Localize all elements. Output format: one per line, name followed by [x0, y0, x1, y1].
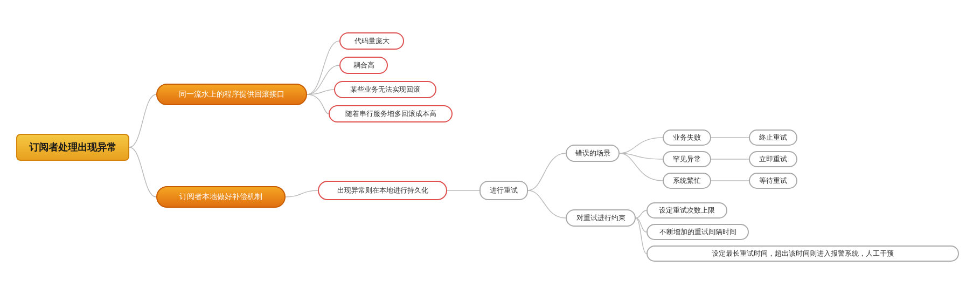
- retry-constraint-node: 对重试进行约束: [566, 209, 636, 227]
- rc3-node: 设定最长重试时间，超出该时间则进入报警系统，人工干预: [647, 245, 959, 262]
- retry-label: 进行重试: [490, 186, 518, 195]
- es2-label: 罕见异常: [673, 154, 701, 164]
- b2m1-node: 出现异常则在本地进行持久化: [318, 181, 447, 200]
- es1-label: 业务失败: [673, 133, 701, 142]
- es3-node: 系统繁忙: [663, 173, 711, 189]
- es1-node: 业务失败: [663, 129, 711, 146]
- b2m1-label: 出现异常则在本地进行持久化: [337, 186, 428, 195]
- retry-node: 进行重试: [479, 181, 528, 200]
- root-label: 订阅者处理出现异常: [29, 141, 116, 154]
- b1r4-label: 随着串行服务增多回滚成本高: [345, 109, 436, 119]
- error-scene-label: 错误的场景: [575, 148, 610, 158]
- er1-label: 终止重试: [759, 133, 787, 142]
- b1r3-node: 某些业务无法实现回滚: [334, 81, 436, 98]
- rc1-node: 设定重试次数上限: [647, 202, 727, 219]
- er2-label: 立即重试: [759, 154, 787, 164]
- rc3-label: 设定最长重试时间，超出该时间则进入报警系统，人工干预: [712, 249, 894, 258]
- branch1-node: 同一流水上的程序提供回滚接口: [156, 84, 307, 105]
- er3-label: 等待重试: [759, 176, 787, 186]
- b1r3-label: 某些业务无法实现回滚: [350, 85, 420, 94]
- b1r2-node: 耦合高: [339, 57, 388, 74]
- branch1-label: 同一流水上的程序提供回滚接口: [179, 90, 284, 99]
- es3-label: 系统繁忙: [673, 176, 701, 186]
- rc2-node: 不断增加的重试间隔时间: [647, 224, 749, 240]
- error-scene-node: 错误的场景: [566, 145, 620, 162]
- branch2-node: 订阅者本地做好补偿机制: [156, 186, 286, 208]
- b1r1-node: 代码量庞大: [339, 32, 404, 50]
- root-node: 订阅者处理出现异常: [16, 134, 129, 161]
- b1r2-label: 耦合高: [353, 60, 374, 70]
- er2-node: 立即重试: [749, 151, 797, 167]
- rc1-label: 设定重试次数上限: [659, 206, 715, 215]
- b1r4-node: 随着串行服务增多回滚成本高: [329, 105, 453, 122]
- branch2-label: 订阅者本地做好补偿机制: [179, 192, 262, 202]
- es2-node: 罕见异常: [663, 151, 711, 167]
- b1r1-label: 代码量庞大: [355, 36, 390, 46]
- er3-node: 等待重试: [749, 173, 797, 189]
- retry-constraint-label: 对重试进行约束: [576, 213, 625, 223]
- er1-node: 终止重试: [749, 129, 797, 146]
- rc2-label: 不断增加的重试间隔时间: [659, 227, 736, 237]
